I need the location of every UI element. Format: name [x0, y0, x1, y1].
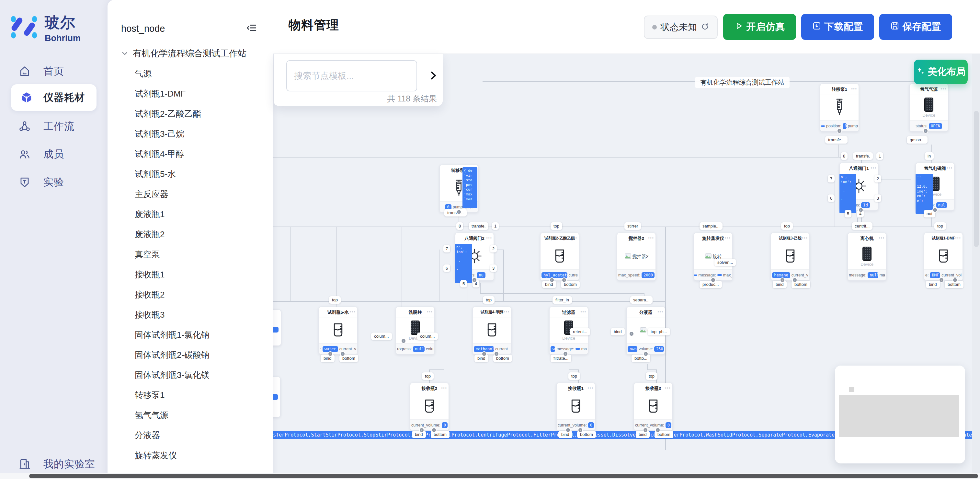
- horizontal-scrollbar[interactable]: [0, 473, 980, 479]
- expand-handle-icon[interactable]: ›: [456, 209, 461, 214]
- port-label[interactable]: filtrate...: [550, 354, 571, 362]
- expand-handle-icon[interactable]: ›: [780, 278, 785, 283]
- port-label[interactable]: bind: [773, 281, 787, 288]
- expand-handle-icon[interactable]: ›: [939, 278, 944, 283]
- expand-handle-icon[interactable]: ›: [953, 278, 958, 283]
- port-label[interactable]: bind: [926, 281, 940, 288]
- tree-item-1[interactable]: 气源: [135, 64, 271, 84]
- port-label[interactable]: 3: [490, 265, 497, 272]
- node-menu-icon[interactable]: •••: [350, 310, 356, 314]
- port-label[interactable]: gasso...: [907, 136, 928, 144]
- port-label[interactable]: top: [568, 372, 580, 380]
- collapse-panel-icon[interactable]: [245, 21, 258, 34]
- node-h2-gas-source[interactable]: 氢气气源•••Devicestatus:OPEN: [909, 84, 948, 132]
- port-label[interactable]: top: [483, 296, 495, 304]
- port-label[interactable]: 5: [460, 280, 467, 287]
- port-label[interactable]: top: [422, 372, 434, 380]
- port-handle-icon[interactable]: ‹: [401, 338, 406, 343]
- port-label[interactable]: produc...: [700, 281, 722, 288]
- node-reagent-bottle-5[interactable]: 试剂瓶5-水•••:watercurrent_v: [319, 307, 358, 354]
- node-menu-icon[interactable]: •••: [947, 166, 953, 170]
- port-label[interactable]: 8: [456, 222, 463, 230]
- node-menu-icon[interactable]: •••: [870, 166, 877, 170]
- port-label[interactable]: solven...: [714, 259, 736, 266]
- tree-item-13[interactable]: 接收瓶3: [135, 305, 271, 325]
- tree-item-18[interactable]: 氢气气源: [135, 405, 271, 425]
- tree-item-11[interactable]: 接收瓶1: [135, 265, 271, 284]
- expand-handle-icon[interactable]: ›: [565, 428, 571, 433]
- tree-item-7[interactable]: 主反应器: [135, 184, 271, 204]
- node-menu-icon[interactable]: •••: [581, 310, 587, 314]
- expand-handle-icon[interactable]: ›: [643, 351, 648, 356]
- port-label[interactable]: transfe.: [853, 152, 873, 160]
- port-label[interactable]: bind: [474, 354, 488, 362]
- tree-item-19[interactable]: 分液器: [135, 425, 271, 445]
- node-menu-icon[interactable]: •••: [441, 386, 447, 390]
- port-label[interactable]: top: [781, 222, 793, 230]
- tree-item-10[interactable]: 真空泵: [135, 244, 271, 265]
- port-label[interactable]: top: [646, 372, 657, 380]
- node-receiver-bottle-1[interactable]: 接收瓶1•••current_volume:0: [557, 383, 595, 431]
- node-menu-icon[interactable]: •••: [802, 236, 808, 240]
- node-menu-icon[interactable]: •••: [851, 86, 857, 91]
- chevron-down-icon[interactable]: [119, 48, 130, 59]
- tree-item-14[interactable]: 固体试剂瓶1-氯化钠: [135, 325, 271, 345]
- expand-handle-icon[interactable]: ›: [711, 278, 716, 283]
- port-label[interactable]: bind: [636, 431, 650, 438]
- expand-handle-icon[interactable]: ›: [472, 278, 477, 283]
- node-elution-column[interactable]: 洗脱柱•••Devicerogress:nullcolu: [396, 307, 434, 354]
- flow-canvas[interactable]: 有机化学流程综合测试工作站 sferProtocol,StartStirProt…: [273, 54, 980, 479]
- port-label[interactable]: centrif...: [852, 222, 872, 230]
- expand-handle-icon[interactable]: ›: [932, 208, 937, 212]
- tree-item-15[interactable]: 固体试剂瓶2-碳酸钠: [135, 345, 271, 365]
- node-menu-icon[interactable]: •••: [504, 310, 510, 314]
- tree-item-8[interactable]: 废液瓶1: [135, 204, 271, 224]
- port-label[interactable]: top: [934, 222, 946, 230]
- sidebar-item-members[interactable]: 成员: [0, 141, 108, 167]
- node-rotary-evaporator[interactable]: 旋转蒸发仪•••旋转message:max_: [694, 233, 733, 281]
- expand-handle-icon[interactable]: ›: [837, 128, 842, 134]
- save-config-button[interactable]: 保存配置: [879, 14, 952, 40]
- port-label[interactable]: top: [329, 296, 341, 304]
- node-reagent-bottle-2[interactable]: 试剂瓶2-乙酸乙酯•••hyl_acetatecurre: [540, 233, 579, 281]
- expand-handle-icon[interactable]: ›: [482, 351, 487, 356]
- node-centrifuge[interactable]: 离心机•••Devicemessage:nullma: [848, 233, 886, 281]
- node-reagent-bottle-3[interactable]: 试剂瓶3-己烷•••hexanecurrent_v: [771, 233, 810, 281]
- port-label[interactable]: bind: [412, 431, 426, 438]
- node-receiver-bottle-2[interactable]: 接收瓶2•••current_volume:0: [410, 383, 449, 431]
- node-menu-icon[interactable]: •••: [648, 236, 654, 240]
- tree-item-6[interactable]: 试剂瓶5-水: [135, 164, 271, 184]
- node-menu-icon[interactable]: •••: [486, 236, 492, 240]
- port-label[interactable]: transfe...: [825, 136, 848, 144]
- port-label[interactable]: in: [924, 152, 934, 160]
- search-submit-chevron-icon[interactable]: [426, 69, 440, 83]
- port-label[interactable]: bind: [611, 328, 625, 335]
- port-label[interactable]: 1: [877, 152, 883, 160]
- node-transfer-pump-1[interactable]: 转移泵1•••position:0pump: [820, 84, 859, 132]
- node-reagent-bottle-4[interactable]: 试剂瓶4-甲醇•••methanolcurrent_: [473, 307, 511, 354]
- refresh-icon[interactable]: [701, 22, 709, 32]
- port-label[interactable]: bind: [542, 281, 556, 288]
- expand-handle-icon[interactable]: ›: [549, 278, 554, 283]
- horizontal-scrollbar-thumb[interactable]: [29, 474, 978, 478]
- sidebar-item-home[interactable]: 首页: [0, 58, 108, 84]
- expand-handle-icon[interactable]: ›: [923, 128, 928, 134]
- node-menu-icon[interactable]: •••: [665, 386, 671, 390]
- vertical-scrollbar-thumb[interactable]: [974, 111, 979, 247]
- node-menu-icon[interactable]: •••: [955, 236, 961, 240]
- vertical-scrollbar[interactable]: [972, 54, 980, 479]
- node-reagent-bottle-1[interactable]: 试剂瓶1-DMF•••e:DMFcurrent_vol: [924, 233, 963, 281]
- tree-item-3[interactable]: 试剂瓶2-乙酸乙酯: [135, 104, 271, 124]
- port-label[interactable]: stirrer: [624, 222, 641, 230]
- node-menu-icon[interactable]: •••: [879, 236, 885, 240]
- node-menu-icon[interactable]: •••: [657, 310, 663, 314]
- port-label[interactable]: top: [550, 222, 562, 230]
- node-menu-icon[interactable]: •••: [587, 386, 593, 390]
- node-menu-icon[interactable]: •••: [725, 236, 731, 240]
- node-menu-icon[interactable]: •••: [571, 236, 578, 240]
- tree-item-12[interactable]: 接收瓶2: [135, 284, 271, 305]
- node-menu-icon[interactable]: •••: [427, 310, 433, 314]
- port-label[interactable]: 3: [874, 195, 881, 202]
- port-label[interactable]: 2: [490, 245, 497, 252]
- port-label[interactable]: colum...: [417, 332, 438, 340]
